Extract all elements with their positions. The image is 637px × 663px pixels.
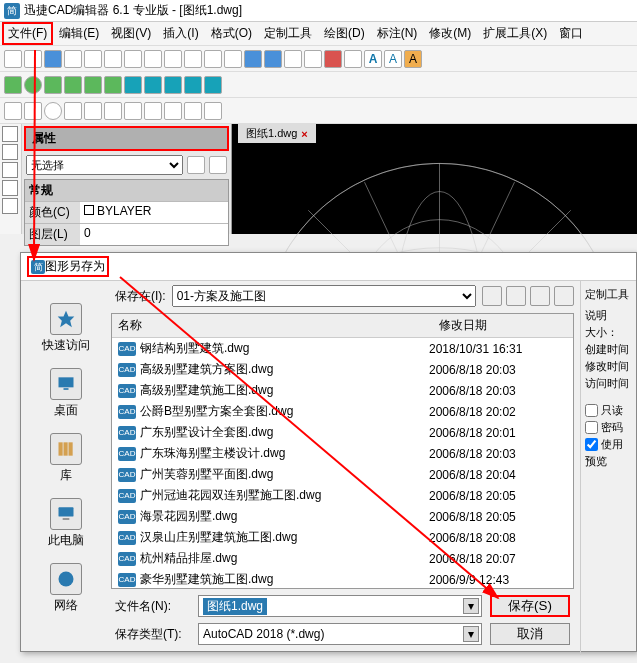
mesh2-icon[interactable] (144, 76, 162, 94)
pline-icon[interactable] (24, 102, 42, 120)
filter-btn1[interactable] (187, 156, 205, 174)
preview-icon[interactable] (104, 50, 122, 68)
ltool-5[interactable] (2, 198, 18, 214)
solid-sphere-icon[interactable] (24, 76, 42, 94)
chevron-down-icon[interactable]: ▾ (463, 626, 479, 642)
menu-draw[interactable]: 绘图(D) (318, 22, 371, 45)
solid-box-icon[interactable] (4, 76, 22, 94)
redo-icon[interactable] (264, 50, 282, 68)
mesh1-icon[interactable] (124, 76, 142, 94)
point-icon[interactable] (184, 102, 202, 120)
close-tab-icon[interactable]: × (301, 128, 307, 140)
spline-icon[interactable] (124, 102, 142, 120)
file-row[interactable]: CAD广东珠海别墅主楼设计.dwg2006/8/18 20:03 (112, 443, 573, 464)
file-row[interactable]: CAD杭州精品排屋.dwg2006/8/18 20:07 (112, 548, 573, 569)
col-name[interactable]: 名称 (112, 314, 433, 337)
readonly-checkbox[interactable] (585, 404, 598, 417)
purge-icon[interactable] (344, 50, 362, 68)
ltool-4[interactable] (2, 180, 18, 196)
menu-edit[interactable]: 编辑(E) (53, 22, 105, 45)
zoom-icon[interactable] (304, 50, 322, 68)
menu-modify[interactable]: 修改(M) (423, 22, 477, 45)
menu-format[interactable]: 格式(O) (205, 22, 258, 45)
save-in-combo[interactable]: 01-方案及施工图 (172, 285, 476, 307)
solid-cone-icon[interactable] (64, 76, 82, 94)
ltool-2[interactable] (2, 144, 18, 160)
mesh5-icon[interactable] (204, 76, 222, 94)
menu-window[interactable]: 窗口 (553, 22, 589, 45)
filename-combo[interactable]: 图纸1.dwg ▾ (198, 595, 482, 617)
paste-icon[interactable] (164, 50, 182, 68)
chevron-down-icon[interactable]: ▾ (463, 598, 479, 614)
place-network[interactable]: 网络 (50, 563, 82, 614)
match-icon[interactable] (204, 50, 222, 68)
file-row[interactable]: CAD广州冠迪花园双连别墅施工图.dwg2006/8/18 20:05 (112, 485, 573, 506)
text2-icon[interactable]: A (384, 50, 402, 68)
copy-icon[interactable] (144, 50, 162, 68)
cut-icon[interactable] (124, 50, 142, 68)
nav-views-icon[interactable] (554, 286, 574, 306)
find-icon[interactable] (224, 50, 242, 68)
menu-dimension[interactable]: 标注(N) (371, 22, 424, 45)
place-quick[interactable]: 快速访问 (42, 303, 90, 354)
ellipse-icon[interactable] (104, 102, 122, 120)
region-icon[interactable] (164, 102, 182, 120)
circle-icon[interactable] (44, 102, 62, 120)
new-icon[interactable] (4, 50, 22, 68)
nav-new-folder-icon[interactable] (530, 286, 550, 306)
solid-torus-icon[interactable] (104, 76, 122, 94)
file-row[interactable]: CAD高级别墅建筑方案图.dwg2006/8/18 20:03 (112, 359, 573, 380)
prop-color-value[interactable]: BYLAYER (80, 202, 228, 223)
file-row[interactable]: CAD公爵B型别墅方案全套图.dwg2006/8/18 20:02 (112, 401, 573, 422)
password-checkbox[interactable] (585, 421, 598, 434)
ltool-1[interactable] (2, 126, 18, 142)
pan-icon[interactable] (284, 50, 302, 68)
file-row[interactable]: CAD汉泉山庄别墅建筑施工图.dwg2006/8/18 20:08 (112, 527, 573, 548)
solid-cyl-icon[interactable] (44, 76, 62, 94)
use-checkbox[interactable] (585, 438, 598, 451)
place-library[interactable]: 库 (50, 433, 82, 484)
hatch-icon[interactable] (144, 102, 162, 120)
arc-icon[interactable] (64, 102, 82, 120)
col-date[interactable]: 修改日期 (433, 314, 573, 337)
text-icon[interactable]: A (364, 50, 382, 68)
saveas-icon[interactable] (64, 50, 82, 68)
file-row[interactable]: CAD豪华别墅建筑施工图.dwg2006/9/9 12:43 (112, 569, 573, 588)
place-thispc[interactable]: 此电脑 (48, 498, 84, 549)
menu-ext[interactable]: 扩展工具(X) (477, 22, 553, 45)
mesh4-icon[interactable] (184, 76, 202, 94)
file-row[interactable]: CAD广东别墅设计全套图.dwg2006/8/18 20:01 (112, 422, 573, 443)
menu-file[interactable]: 文件(F) (2, 22, 53, 45)
save-button[interactable]: 保存(S) (490, 595, 570, 617)
filter-btn2[interactable] (209, 156, 227, 174)
document-tab[interactable]: 图纸1.dwg × (238, 124, 316, 143)
file-row[interactable]: CAD高级别墅建筑施工图.dwg2006/8/18 20:03 (112, 380, 573, 401)
block-icon[interactable] (204, 102, 222, 120)
menu-custom[interactable]: 定制工具 (258, 22, 318, 45)
undo-icon[interactable] (244, 50, 262, 68)
delete-icon[interactable] (324, 50, 342, 68)
ltool-3[interactable] (2, 162, 18, 178)
solid-wedge-icon[interactable] (84, 76, 102, 94)
place-desktop[interactable]: 桌面 (50, 368, 82, 419)
save-icon[interactable] (44, 50, 62, 68)
prop-icon[interactable] (184, 50, 202, 68)
text3-icon[interactable]: A (404, 50, 422, 68)
print-icon[interactable] (84, 50, 102, 68)
rect-icon[interactable] (84, 102, 102, 120)
nav-up-icon[interactable] (506, 286, 526, 306)
drawing-canvas[interactable]: 图纸1.dwg × (232, 124, 637, 234)
cancel-button[interactable]: 取消 (490, 623, 570, 645)
line-icon[interactable] (4, 102, 22, 120)
filetype-combo[interactable]: AutoCAD 2018 (*.dwg) ▾ (198, 623, 482, 645)
file-row[interactable]: CAD广州芙蓉别墅平面图.dwg2006/8/18 20:04 (112, 464, 573, 485)
file-row[interactable]: CAD钢结构别墅建筑.dwg2018/10/31 16:31 (112, 338, 573, 359)
nav-back-icon[interactable] (482, 286, 502, 306)
file-list[interactable]: 名称 修改日期 CAD钢结构别墅建筑.dwg2018/10/31 16:31CA… (111, 313, 574, 589)
menu-view[interactable]: 视图(V) (105, 22, 157, 45)
mesh3-icon[interactable] (164, 76, 182, 94)
open-icon[interactable] (24, 50, 42, 68)
selection-filter[interactable]: 无选择 (26, 155, 183, 175)
file-row[interactable]: CAD海景花园别墅.dwg2006/8/18 20:05 (112, 506, 573, 527)
prop-layer-value[interactable]: 0 (80, 224, 228, 245)
